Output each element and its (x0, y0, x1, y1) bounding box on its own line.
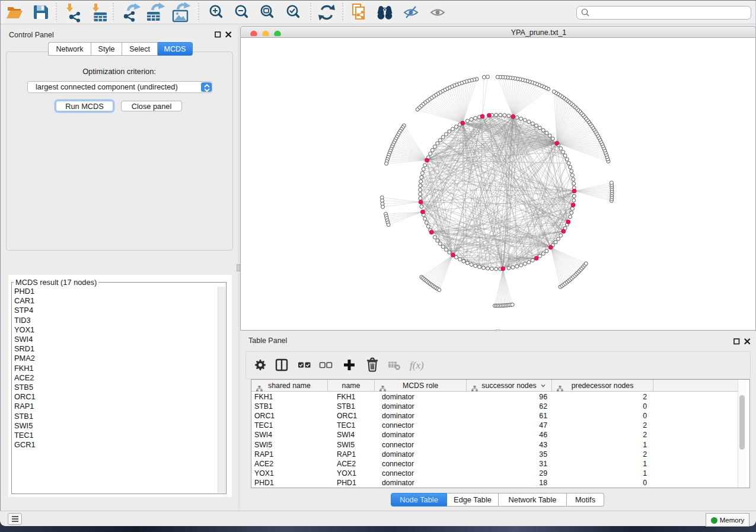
svg-text:f(x): f(x) (410, 360, 424, 371)
